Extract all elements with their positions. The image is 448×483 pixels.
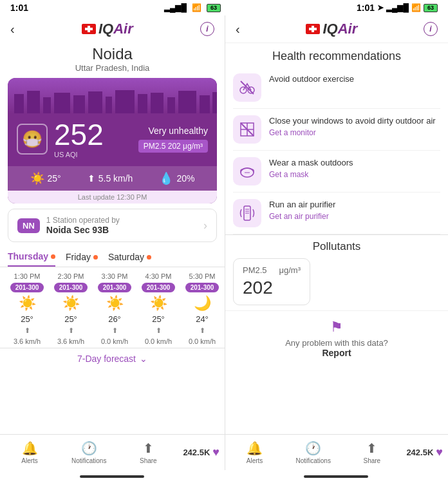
wind-arrow-4: ⬆ [200, 327, 205, 335]
signal-bars: ▂▄▆█ [164, 3, 187, 12]
aqi-value: 252 [54, 120, 132, 149]
notifications-icon-right: 🕐 [305, 440, 321, 456]
forecast-temp-4: 24° [196, 314, 209, 324]
forecast-icon-4: 🌙 [194, 295, 211, 312]
pollutants-section: Pollutants PM2.5 μg/m³ 202 [225, 234, 448, 310]
health-item-2: Wear a mask outdoors Get a mask [233, 151, 440, 193]
report-question: Any problem with this data? [233, 338, 440, 348]
forecast-icon-3: ☀️ [150, 295, 167, 312]
wifi-icon-right: 📶 [411, 3, 421, 12]
station-badge: NN [17, 218, 40, 233]
forecast-col-1: 2:30 PM 201-300 ☀️ 25° ⬆ 3.6 km/h [49, 272, 93, 345]
report-section: ⚑ Any problem with this data? Report [225, 310, 448, 363]
forecast-tabs: Thursday Friday Saturday [0, 247, 225, 267]
forecast-col-2: 3:30 PM 201-300 ☀️ 26° ⬆ 0.0 km/h [93, 272, 136, 345]
forecast-icon-0: ☀️ [19, 295, 36, 312]
aqi-pill-4: 201-300 [185, 283, 219, 292]
health-item-3: Run an air purifier Get an air purifier [233, 193, 440, 234]
home-bar-right [304, 475, 368, 478]
wind-arrow-3: ⬆ [156, 327, 162, 335]
pollutant-name: PM2.5 [243, 265, 267, 275]
status-time-right: 1:01 [357, 3, 375, 13]
pollutants-title: Pollutants [233, 240, 440, 253]
nav-count-left[interactable]: 242.5K ♥ [178, 435, 225, 470]
humidity-icon: 💧 [159, 171, 173, 185]
forecast-temp-1: 25° [64, 314, 77, 324]
station-card[interactable]: NN 1 Station operated by Noida Sec 93B › [8, 209, 217, 242]
forecast-scroll[interactable]: 1:30 PM 201-300 ☀️ 25° ⬆ 3.6 km/h 2:30 P… [0, 267, 225, 348]
pollutant-card: PM2.5 μg/m³ 202 [233, 258, 310, 305]
nav-share-left[interactable]: ⬆ Share [118, 435, 178, 470]
alerts-icon-right: 🔔 [247, 440, 263, 456]
bottom-nav-right: 🔔 Alerts 🕐 Notifications ⬆ Share 242.5K … [225, 435, 448, 470]
notifications-label-left: Notifications [71, 457, 106, 464]
notifications-icon-left: 🕐 [81, 440, 97, 456]
humidity-value: 20% [176, 173, 194, 184]
logo-left: IQAir [82, 21, 133, 37]
aqi-status-col: Very unhealthy PM2.5 202 μg/m³ [138, 126, 208, 153]
info-button-right[interactable]: i [424, 22, 438, 36]
forecast-wind-3: 0.0 km/h [145, 337, 172, 345]
humidity-item: 💧 20% [159, 171, 194, 185]
forecast-temp-3: 25° [152, 314, 165, 324]
skyline-background [8, 78, 217, 113]
health-title: Health recommendations [225, 43, 448, 67]
wind-arrow-0: ⬆ [24, 327, 30, 335]
station-operated: 1 Station operated by [46, 216, 197, 225]
weather-strip: ☀️ 25° ⬆ 5.5 km/h 💧 20% [8, 166, 217, 191]
health-link-2[interactable]: Get a mask [269, 170, 440, 179]
forecast-wind-2: 0.0 km/h [101, 337, 128, 345]
home-indicator-left [0, 470, 224, 483]
health-desc-0: Avoid outdoor exercise [269, 73, 440, 85]
pm25-badge: PM2.5 202 μg/m³ [138, 140, 208, 153]
last-update: Last update 12:30 PM [8, 191, 217, 204]
wind-value: 5.5 km/h [98, 173, 133, 184]
pollutant-value: 202 [243, 278, 301, 298]
swiss-flag-icon [82, 24, 96, 34]
tab-friday[interactable]: Friday [66, 251, 98, 267]
right-header: ‹ IQAir i [225, 15, 448, 43]
wind-item: ⬆ 5.5 km/h [88, 173, 133, 184]
chevron-right-icon: › [203, 219, 207, 232]
seven-day-forecast[interactable]: 7-Day forecast ⌄ [0, 348, 225, 369]
left-panel: ‹ IQAir i Noida Uttar Pradesh, India 😷 [0, 15, 225, 434]
forecast-col-3: 4:30 PM 201-300 ☀️ 25° ⬆ 0.0 km/h [136, 272, 180, 345]
aqi-pill-0: 201-300 [10, 283, 44, 292]
no-cycling-icon [233, 73, 261, 102]
health-desc-2: Wear a mask outdoors [269, 157, 440, 169]
forecast-time-0: 1:30 PM [14, 272, 41, 280]
forecast-time-2: 3:30 PM [102, 272, 128, 280]
friday-dot [93, 255, 98, 260]
nav-alerts-right[interactable]: 🔔 Alerts [225, 435, 284, 470]
tab-thursday[interactable]: Thursday [8, 251, 55, 267]
status-time-left: 1:01 [10, 3, 28, 13]
report-link[interactable]: Report [233, 348, 440, 358]
city-info: Noida Uttar Pradesh, India [0, 43, 225, 78]
tab-saturday[interactable]: Saturday [108, 251, 151, 267]
left-header: ‹ IQAir i [0, 15, 225, 43]
count-value-right: 242.5K [406, 448, 433, 457]
info-button-left[interactable]: i [200, 22, 214, 36]
aqi-pill-2: 201-300 [98, 283, 132, 292]
back-button-right[interactable]: ‹ [236, 22, 240, 37]
nav-notifications-left[interactable]: 🕐 Notifications [59, 435, 118, 470]
health-link-3[interactable]: Get an air purifier [269, 212, 440, 221]
battery-right: 63 [424, 4, 438, 12]
nav-share-right[interactable]: ⬆ Share [342, 435, 401, 470]
back-button-left[interactable]: ‹ [10, 22, 15, 37]
share-label-left: Share [140, 457, 157, 464]
forecast-icon-2: ☀️ [106, 295, 124, 312]
forecast-time-1: 2:30 PM [58, 272, 84, 280]
health-link-1[interactable]: Get a monitor [269, 128, 440, 137]
swiss-flag-icon-right [306, 24, 320, 34]
nav-count-right[interactable]: 242.5K ♥ [401, 435, 448, 470]
forecast-wind-0: 3.6 km/h [14, 337, 41, 345]
nav-alerts-left[interactable]: 🔔 Alerts [0, 435, 59, 470]
nav-notifications-right[interactable]: 🕐 Notifications [284, 435, 342, 470]
wind-direction-icon: ⬆ [88, 173, 95, 184]
home-indicator-row [0, 470, 448, 483]
forecast-col-4: 5:30 PM 201-300 🌙 24° ⬆ 0.0 km/h [180, 272, 224, 345]
flag-icon: ⚑ [233, 319, 440, 336]
health-desc-3: Run an air purifier [269, 199, 440, 211]
alerts-icon-left: 🔔 [22, 440, 38, 456]
